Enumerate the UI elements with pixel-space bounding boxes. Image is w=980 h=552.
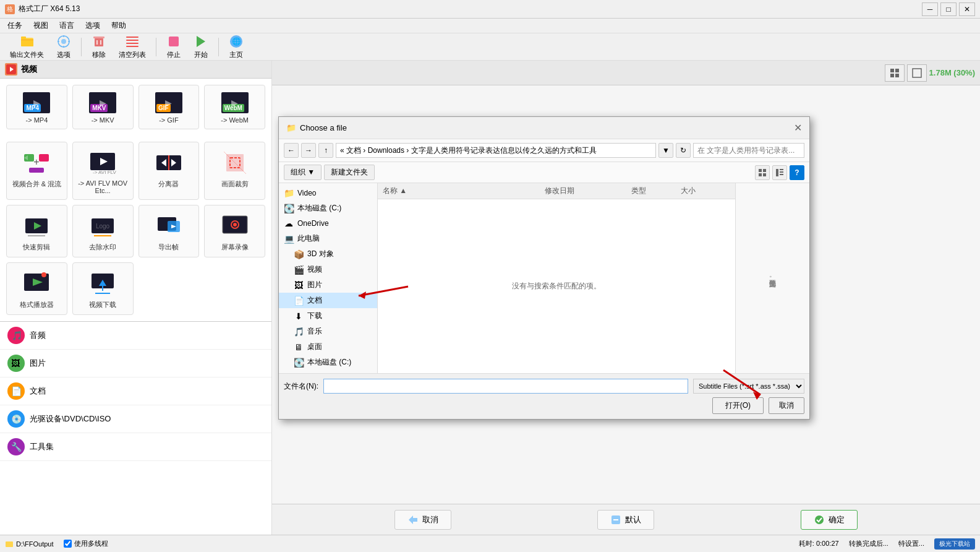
feature-split[interactable]: 分离器 bbox=[138, 142, 200, 200]
output-folder-icon bbox=[20, 34, 35, 49]
svg-rect-80 bbox=[6, 541, 13, 547]
organize-button[interactable]: 组织 ▼ bbox=[284, 165, 322, 180]
svg-point-49 bbox=[41, 272, 46, 277]
cancel-action-button[interactable]: 取消 bbox=[394, 510, 451, 530]
confirm-action-button[interactable]: 确定 bbox=[801, 510, 858, 530]
file-list-header: 名称 ▲ 修改日期 类型 大小 bbox=[378, 183, 735, 199]
feature-watermark[interactable]: Logo 去除水印 bbox=[72, 205, 134, 257]
tree-music[interactable]: 🎵 音乐 bbox=[279, 324, 377, 339]
maximize-button[interactable]: □ bbox=[940, 2, 957, 16]
tree-local-c2[interactable]: 💽 本地磁盘 (C:) bbox=[279, 355, 377, 370]
menu-language[interactable]: 语言 bbox=[54, 19, 79, 32]
format-grid: MP4 -> MP4 MKV -> MKV GIF -> GIF WebM bbox=[0, 79, 271, 136]
watermark-label: 去除水印 bbox=[89, 243, 116, 252]
filename-row: 文件名(N): Subtitle Files (*.srt *.ass *.ss… bbox=[284, 379, 804, 394]
dvd-section[interactable]: 💿 光驱设备\DVD\CD\ISO bbox=[0, 405, 271, 433]
multithread-checkbox[interactable] bbox=[64, 540, 72, 548]
tree-desktop[interactable]: 🖥 桌面 bbox=[279, 339, 377, 355]
view-btn-1[interactable] bbox=[885, 64, 905, 82]
col-size[interactable]: 大小 bbox=[681, 186, 730, 196]
nav-refresh-button[interactable]: ↻ bbox=[676, 143, 691, 158]
format-mp4[interactable]: MP4 -> MP4 bbox=[6, 85, 67, 129]
start-label: 开始 bbox=[194, 50, 208, 59]
svg-text:🌐: 🌐 bbox=[232, 37, 241, 46]
split-icon bbox=[153, 147, 184, 178]
clear-list-button[interactable]: 清空列表 bbox=[114, 33, 151, 61]
feature-merge[interactable]: + 视频合并 & 混流 bbox=[6, 142, 67, 200]
feature-export-frame[interactable]: 导出帧 bbox=[138, 205, 200, 257]
dialog-nav: ← → ↑ « 文档 › Downloads › 文字是人类用符号记录表达信息以… bbox=[279, 139, 809, 162]
minimize-button[interactable]: ─ bbox=[922, 2, 938, 16]
default-action-button[interactable]: 默认 bbox=[597, 510, 654, 530]
start-button[interactable]: 开始 bbox=[189, 33, 213, 61]
folder-icon: 📁 bbox=[284, 188, 294, 198]
documents-icon: 📄 bbox=[294, 296, 304, 306]
side-sections: 🎵 音频 🖼 图片 📄 文档 💿 光驱设备\DVD\CD\ bbox=[0, 321, 271, 461]
dialog-sidebar: 📁 Video 💽 本地磁盘 (C:) ☁ OneDrive 💻 此电脑 📦 bbox=[279, 183, 378, 373]
doc-section[interactable]: 📄 文档 bbox=[0, 377, 271, 405]
mp4-label: -> MP4 bbox=[25, 116, 48, 124]
svg-text:+: + bbox=[34, 157, 40, 167]
format-webm[interactable]: WebM -> WebM bbox=[204, 85, 265, 129]
format-gif[interactable]: GIF -> GIF bbox=[138, 85, 200, 129]
download-icon bbox=[87, 268, 118, 299]
feature-download[interactable]: 视频下载 bbox=[72, 262, 134, 315]
feature-crop[interactable]: 画面裁剪 bbox=[204, 142, 265, 200]
col-type[interactable]: 类型 bbox=[631, 186, 681, 196]
export-frame-icon bbox=[153, 210, 184, 241]
menu-help[interactable]: 帮助 bbox=[106, 19, 131, 32]
new-folder-button[interactable]: 新建文件夹 bbox=[324, 165, 375, 180]
menu-task[interactable]: 任务 bbox=[2, 19, 27, 32]
tree-local-c[interactable]: 💽 本地磁盘 (C:) bbox=[279, 201, 377, 216]
format-mkv[interactable]: MKV -> MKV bbox=[72, 85, 134, 129]
details-view-button[interactable] bbox=[772, 165, 787, 180]
dialog-folder-icon: 📁 bbox=[286, 123, 296, 132]
tree-pictures[interactable]: 🖼 图片 bbox=[279, 277, 377, 293]
menu-options[interactable]: 选项 bbox=[80, 19, 105, 32]
help-button[interactable]: ? bbox=[790, 165, 804, 180]
dialog-cancel-button[interactable]: 取消 bbox=[769, 397, 804, 414]
list-view-button[interactable] bbox=[755, 165, 770, 180]
col-name[interactable]: 名称 ▲ bbox=[383, 186, 545, 196]
svg-text:-> AVI FLV: -> AVI FLV bbox=[93, 170, 116, 175]
mp4-icon: MP4 bbox=[21, 90, 52, 115]
nav-back-button[interactable]: ← bbox=[284, 143, 299, 158]
search-input[interactable] bbox=[693, 143, 804, 158]
filetype-select[interactable]: Subtitle Files (*.srt *.ass *.ssa) All F… bbox=[693, 379, 804, 394]
image-icon: 🖼 bbox=[7, 355, 25, 372]
stop-button[interactable]: 停止 bbox=[161, 33, 186, 61]
convert-done: 转换完成后... bbox=[849, 539, 888, 548]
tree-3d[interactable]: 📦 3D 对象 bbox=[279, 246, 377, 262]
feature-avi[interactable]: -> AVI FLV -> AVI FLV MOV Etc... bbox=[72, 142, 134, 200]
menu-view[interactable]: 视图 bbox=[28, 19, 53, 32]
tree-onedrive[interactable]: ☁ OneDrive bbox=[279, 216, 377, 231]
mkv-icon: MKV bbox=[87, 90, 118, 115]
remove-button[interactable]: 移除 bbox=[87, 33, 111, 61]
tree-videos[interactable]: 🎬 视频 bbox=[279, 262, 377, 277]
pc-icon: 💻 bbox=[284, 234, 294, 244]
tree-downloads[interactable]: ⬇ 下载 bbox=[279, 308, 377, 324]
col-modified[interactable]: 修改日期 bbox=[545, 186, 631, 196]
clear-list-label: 清空列表 bbox=[119, 50, 146, 59]
feature-quick-edit[interactable]: 快速剪辑 bbox=[6, 205, 67, 257]
view-btn-2[interactable] bbox=[907, 64, 927, 82]
tree-this-pc[interactable]: 💻 此电脑 bbox=[279, 231, 377, 246]
nav-dropdown-button[interactable]: ▼ bbox=[658, 143, 673, 158]
close-button[interactable]: ✕ bbox=[959, 2, 975, 16]
clear-list-icon bbox=[125, 34, 140, 49]
nav-up-button[interactable]: ↑ bbox=[318, 143, 333, 158]
dialog-close-button[interactable]: ✕ bbox=[794, 122, 802, 134]
options-button[interactable]: 选项 bbox=[51, 33, 76, 61]
image-section[interactable]: 🖼 图片 bbox=[0, 350, 271, 377]
nav-forward-button[interactable]: → bbox=[301, 143, 316, 158]
feature-player[interactable]: 格式播放器 bbox=[6, 262, 67, 315]
tree-documents[interactable]: 📄 文档 bbox=[279, 293, 377, 308]
home-button[interactable]: 🌐 主页 bbox=[224, 33, 249, 61]
audio-section[interactable]: 🎵 音频 bbox=[0, 322, 271, 350]
dialog-ok-button[interactable]: 打开(O) bbox=[712, 397, 764, 414]
tools-section[interactable]: 🔧 工具集 bbox=[0, 433, 271, 461]
filename-input[interactable] bbox=[323, 379, 688, 394]
tree-video[interactable]: 📁 Video bbox=[279, 186, 377, 201]
feature-screen-record[interactable]: 屏幕录像 bbox=[204, 205, 265, 257]
output-folder-button[interactable]: 输出文件夹 bbox=[5, 33, 49, 61]
